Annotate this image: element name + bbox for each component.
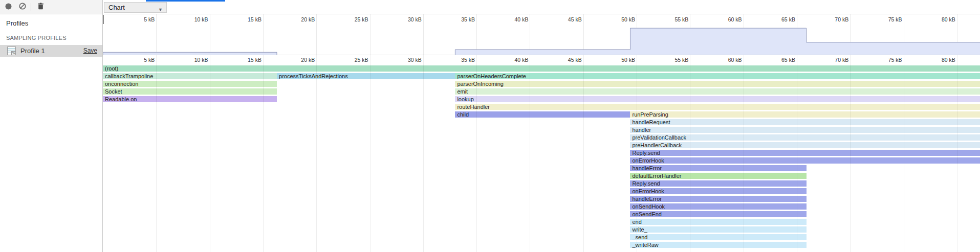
overview-ruler-tick-label: 80 kB xyxy=(904,16,955,22)
flame-bar[interactable]: runPreParsing xyxy=(630,111,980,118)
flame-bar-label: callbackTrampoline xyxy=(105,73,153,79)
flame-bar-label: runPreParsing xyxy=(632,111,668,118)
overview-ruler-tick-label: 25 kB xyxy=(317,16,368,22)
flame-bar[interactable]: handleRequest xyxy=(630,119,980,125)
flame-gridline xyxy=(690,55,690,252)
flame-bar[interactable]: onErrorHook xyxy=(630,188,806,194)
chart-pane-header: Chart ▼ xyxy=(103,0,980,14)
flame-bar[interactable]: Reply.send xyxy=(630,150,980,156)
flame-bar-label: (root) xyxy=(105,65,118,72)
overview-area-chart[interactable] xyxy=(103,25,980,55)
flame-bar[interactable]: preHandlerCallback xyxy=(630,142,980,148)
flame-bar[interactable]: onSendHook xyxy=(630,203,806,210)
flame-gridline xyxy=(744,55,744,252)
flame-bar-label: emit xyxy=(457,88,468,95)
flame-bar[interactable]: _send xyxy=(630,234,806,240)
flame-bar[interactable]: end xyxy=(630,219,806,225)
flame-gridline xyxy=(797,55,797,252)
profiles-sidebar: Profiles SAMPLING PROFILES % Profile 1 S… xyxy=(0,15,102,252)
overview-ruler-tick-label: 55 kB xyxy=(637,16,688,22)
flame-bar-label: onSendHook xyxy=(632,203,665,210)
flame-bar-label: write_ xyxy=(632,226,647,233)
overview-ruler-tick-label: 15 kB xyxy=(210,16,262,22)
flame-bar[interactable]: Socket xyxy=(103,88,277,95)
flame-ruler-tick-label: 20 kB xyxy=(264,57,315,63)
flame-gridline xyxy=(583,55,584,252)
sidebar-item-profile-1[interactable]: % Profile 1 Save xyxy=(0,45,102,57)
flame-bar[interactable]: parserOnIncoming xyxy=(455,81,980,87)
flame-bar[interactable]: preValidationCallback xyxy=(630,134,980,141)
flame-ruler-tick-label: 40 kB xyxy=(477,57,528,63)
overview-ruler-tick-label: 75 kB xyxy=(851,16,902,22)
overview-ruler-tick-label: 70 kB xyxy=(797,16,848,22)
flame-bar[interactable]: handler xyxy=(630,127,980,133)
flame-bar-label: Readable.on xyxy=(105,96,137,102)
flame-bar-label: preValidationCallback xyxy=(632,134,686,141)
flame-gridline xyxy=(156,55,157,252)
flame-gridline xyxy=(423,55,424,252)
view-mode-select[interactable]: Chart ▼ xyxy=(104,2,167,13)
flame-gridline xyxy=(530,55,530,252)
flame-bar-label: onconnection xyxy=(105,81,138,87)
flame-ruler-tick-label: 70 kB xyxy=(797,57,848,63)
flame-ruler-tick-label: 25 kB xyxy=(317,57,368,63)
flame-bar[interactable]: processTicksAndRejections xyxy=(277,73,455,79)
view-mode-value: Chart xyxy=(108,4,125,11)
overview-ruler-tick-label: 5 kB xyxy=(103,16,155,22)
flame-bar[interactable]: _writeRaw xyxy=(630,242,806,248)
flame-gridline xyxy=(637,55,637,252)
clear-icon[interactable] xyxy=(19,3,26,12)
flame-ruler-tick-label: 15 kB xyxy=(210,57,262,63)
flame-bar-label: child xyxy=(457,111,469,118)
flame-bar[interactable]: handleError xyxy=(630,165,806,171)
flame-bar[interactable]: child xyxy=(455,111,630,118)
chevron-down-icon: ▼ xyxy=(158,5,163,15)
flame-bar[interactable]: defaultErrorHandler xyxy=(630,173,806,179)
memory-profiler-panel: Chart ▼ Profiles SAMPLING PROFILES % Pro… xyxy=(0,0,980,252)
overview-ruler-tick-label: 10 kB xyxy=(157,16,208,22)
flame-bar[interactable]: (root) xyxy=(103,65,980,72)
flame-bar[interactable]: onErrorHook xyxy=(630,157,980,164)
flame-gridline xyxy=(316,55,317,252)
flame-bar[interactable]: onSendEnd xyxy=(630,211,806,217)
flame-ruler-tick-label: 45 kB xyxy=(531,57,582,63)
flame-bar[interactable]: onconnection xyxy=(103,81,277,87)
overview-ruler-tick-label: 65 kB xyxy=(744,16,795,22)
flame-bar-label: Socket xyxy=(105,88,122,95)
flame-gridline xyxy=(210,55,210,252)
overview-ruler-tick-label: 50 kB xyxy=(584,16,635,22)
flame-bar-label: routeHandler xyxy=(457,104,490,110)
flame-bar[interactable]: Readable.on xyxy=(103,96,277,102)
save-profile-link[interactable]: Save xyxy=(83,47,97,54)
flame-bar[interactable]: emit xyxy=(455,88,980,95)
profile-icon: % xyxy=(7,47,16,57)
overview-ruler-tick-label: 30 kB xyxy=(371,16,422,22)
flame-bar-label: processTicksAndRejections xyxy=(279,73,348,79)
flame-bar[interactable]: parserOnHeadersComplete xyxy=(455,73,980,79)
active-tab-indicator xyxy=(146,0,225,2)
flame-bar-label: handleRequest xyxy=(632,119,670,125)
overview-ruler-tick-label: 40 kB xyxy=(477,16,528,22)
flame-bar[interactable]: write_ xyxy=(630,226,806,233)
overview-ruler-tick-label: 45 kB xyxy=(531,16,582,22)
flame-bar-label: _send xyxy=(632,234,647,240)
flame-bar[interactable]: routeHandler xyxy=(455,104,980,110)
flame-ruler-tick-label: 75 kB xyxy=(851,57,902,63)
flame-bar-label: parserOnHeadersComplete xyxy=(457,73,526,79)
overview-resize-handle[interactable] xyxy=(103,15,104,24)
record-icon[interactable] xyxy=(5,3,12,12)
flame-ruler-tick-label: 30 kB xyxy=(371,57,422,63)
flame-bar[interactable]: callbackTrampoline xyxy=(103,73,277,79)
flame-ruler-tick-label: 50 kB xyxy=(584,57,635,63)
trash-icon[interactable] xyxy=(37,3,44,12)
svg-text:%: % xyxy=(12,51,15,55)
flame-gridline xyxy=(850,55,851,252)
overview-ruler-tick-label: 35 kB xyxy=(424,16,475,22)
flame-ruler-tick-label: 55 kB xyxy=(637,57,688,63)
profiler-toolbar xyxy=(0,0,102,14)
flame-bar[interactable]: lookup xyxy=(455,96,980,102)
overview-ruler-tick-label: 20 kB xyxy=(264,16,315,22)
flame-bar[interactable]: Reply.send xyxy=(630,180,806,187)
flame-bar[interactable]: handleError xyxy=(630,196,806,202)
flame-bar-label: defaultErrorHandler xyxy=(632,173,681,179)
